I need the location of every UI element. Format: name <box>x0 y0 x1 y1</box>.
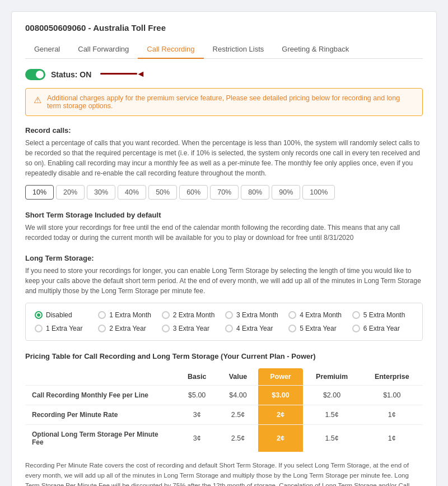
pricing-section: Pricing Table for Call Recording and Lon… <box>25 352 423 452</box>
pct-btn-60[interactable]: 60% <box>179 185 208 200</box>
pricing-row-2: Optional Long Term Storage Per Minute Fe… <box>25 425 423 452</box>
short-term-storage-section: Short Term Storage Included by default W… <box>25 211 423 243</box>
pricing-row-1-value: 2.5¢ <box>218 405 259 425</box>
footnote: Recording Per Minute Rate covers the cos… <box>25 461 423 486</box>
radio-3-extra-year[interactable]: 3 Extra Year <box>162 325 223 332</box>
tabs-nav: General Call Forwarding Call Recording R… <box>25 40 423 59</box>
radio-5-extra-year[interactable]: 5 Extra Year <box>288 325 349 332</box>
pricing-row-2-label: Optional Long Term Storage Per Minute Fe… <box>25 425 176 452</box>
pct-btn-30[interactable]: 30% <box>87 185 115 200</box>
pricing-row-0-basic: $5.00 <box>176 386 218 405</box>
record-calls-title: Record calls: <box>25 126 423 135</box>
radio-5-extra-month[interactable]: 5 Extra Month <box>352 311 413 319</box>
tab-general[interactable]: General <box>25 40 69 59</box>
pricing-row-2-enterprise: 1¢ <box>361 425 423 452</box>
page-container: 0080050609060 - Australia Toll Free Gene… <box>11 11 437 486</box>
tab-greeting-ringback[interactable]: Greeting & Ringback <box>273 40 358 59</box>
radio-1-extra-month[interactable]: 1 Extra Month <box>98 311 159 319</box>
long-term-storage-section: Long Term Storage: If you need to store … <box>25 254 423 341</box>
tab-restriction-lists[interactable]: Restriction Lists <box>204 40 273 59</box>
pct-btn-50[interactable]: 50% <box>148 185 177 200</box>
radio-circle-5em <box>352 311 360 319</box>
radio-label-3ey: 3 Extra Year <box>173 325 209 332</box>
radio-label-4ey: 4 Extra Year <box>236 325 273 332</box>
pricing-title: Pricing Table for Call Recording and Lon… <box>25 352 423 360</box>
pricing-header-enterprise: Enterprise <box>361 368 423 386</box>
pricing-row-0-value: $4.00 <box>218 386 259 405</box>
radio-label-1em: 1 Extra Month <box>109 311 151 319</box>
page-title: 0080050609060 - Australia Toll Free <box>25 23 423 33</box>
radio-2-extra-month[interactable]: 2 Extra Month <box>162 311 223 319</box>
pricing-row-2-basic: 3¢ <box>176 425 218 452</box>
radio-circle-2em <box>162 311 170 319</box>
radio-label-5ey: 5 Extra Year <box>300 325 336 332</box>
radio-label-6ey: 6 Extra Year <box>363 325 400 332</box>
status-row: Status: ON <box>25 69 423 80</box>
radio-label-2ey: 2 Extra Year <box>109 325 146 332</box>
short-term-storage-title: Short Term Storage Included by default <box>25 211 423 219</box>
pricing-header-power: Power <box>258 368 302 386</box>
pct-btn-70[interactable]: 70% <box>210 185 239 200</box>
pricing-row-1-premium: 1.5¢ <box>303 405 361 425</box>
pct-btn-40[interactable]: 40% <box>118 185 146 200</box>
radio-4-extra-year[interactable]: 4 Extra Year <box>225 325 286 332</box>
radio-label-disabled: Disabled <box>46 311 72 319</box>
pricing-row-2-power: 2¢ <box>258 425 302 452</box>
radio-circle-2ey <box>98 325 106 332</box>
radio-circle-5ey <box>288 325 296 332</box>
percentage-buttons: 10% 20% 30% 40% 50% 60% 70% 80% 90% 100% <box>25 185 423 200</box>
pricing-row-0-power: $3.00 <box>258 386 302 405</box>
pct-btn-100[interactable]: 100% <box>302 185 335 200</box>
radio-circle-disabled <box>35 311 43 319</box>
pct-btn-10[interactable]: 10% <box>25 185 54 200</box>
radio-circle-4em <box>288 311 296 319</box>
pct-btn-80[interactable]: 80% <box>241 185 269 200</box>
pct-btn-90[interactable]: 90% <box>272 185 300 200</box>
alert-icon: ⚠ <box>34 95 41 105</box>
tab-call-recording[interactable]: Call Recording <box>138 40 203 59</box>
status-arrow-indicator <box>100 71 145 78</box>
pricing-table: Basic Value Power Premiuim Enterprise Ca… <box>25 368 423 452</box>
long-term-storage-desc: If you need to store your recordings for… <box>25 266 423 296</box>
radio-label-1ey: 1 Extra Year <box>46 325 82 332</box>
status-label: Status: ON <box>51 70 91 79</box>
radio-disabled[interactable]: Disabled <box>35 311 96 319</box>
alert-text: Additional charges apply for the premium… <box>47 94 414 110</box>
radio-circle-4ey <box>225 325 233 332</box>
radio-circle-6ey <box>352 325 360 332</box>
radio-2-extra-year[interactable]: 2 Extra Year <box>98 325 159 332</box>
radio-6-extra-year[interactable]: 6 Extra Year <box>352 325 413 332</box>
alert-box: ⚠ Additional charges apply for the premi… <box>25 88 423 116</box>
radio-circle-3em <box>225 311 233 319</box>
short-term-storage-desc: We will store your recordings for free u… <box>25 223 423 243</box>
pricing-header-row-label <box>25 368 176 386</box>
pricing-row-1-basic: 3¢ <box>176 405 218 425</box>
radio-label-4em: 4 Extra Month <box>300 311 342 319</box>
pricing-row-1-enterprise: 1¢ <box>361 405 423 425</box>
pricing-row-2-value: 2.5¢ <box>218 425 259 452</box>
tab-call-forwarding[interactable]: Call Forwarding <box>69 40 138 59</box>
record-calls-description: Select a percentage of calls that you wa… <box>25 138 423 178</box>
long-term-storage-title: Long Term Storage: <box>25 254 423 262</box>
status-toggle[interactable] <box>25 69 45 80</box>
pricing-header-value: Value <box>218 368 259 386</box>
radio-label-3em: 3 Extra Month <box>236 311 278 319</box>
radio-1-extra-year[interactable]: 1 Extra Year <box>35 325 96 332</box>
pricing-row-1: Recording Per Minute Rate 3¢ 2.5¢ 2¢ 1.5… <box>25 405 423 425</box>
pct-btn-20[interactable]: 20% <box>56 185 85 200</box>
radio-circle-1em <box>98 311 106 319</box>
pricing-row-1-label: Recording Per Minute Rate <box>25 405 176 425</box>
radio-circle-1ey <box>35 325 43 332</box>
pricing-row-0: Call Recording Monthly Fee per Line $5.0… <box>25 386 423 405</box>
pricing-row-1-power: 2¢ <box>258 405 302 425</box>
pricing-header-premium: Premiuim <box>303 368 361 386</box>
radio-3-extra-month[interactable]: 3 Extra Month <box>225 311 286 319</box>
long-term-storage-options: Disabled 1 Extra Month 2 Extra Month 3 E… <box>25 303 423 341</box>
radio-4-extra-month[interactable]: 4 Extra Month <box>288 311 349 319</box>
radio-label-2em: 2 Extra Month <box>173 311 215 319</box>
pricing-row-2-premium: 1.5¢ <box>303 425 361 452</box>
radio-circle-3ey <box>162 325 170 332</box>
pricing-header-basic: Basic <box>176 368 218 386</box>
pricing-row-0-premium: $2.00 <box>303 386 361 405</box>
radio-label-5em: 5 Extra Month <box>363 311 405 319</box>
